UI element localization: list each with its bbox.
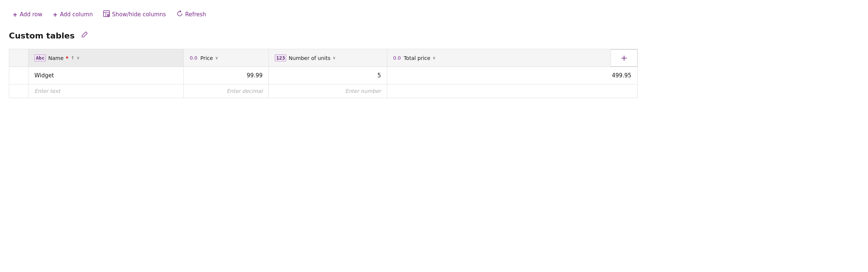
chevron-down-icon: ∨: [77, 56, 80, 60]
add-row-label: Add row: [20, 11, 42, 18]
units-placeholder: Enter number: [345, 88, 381, 94]
column-units-label: Number of units: [288, 55, 330, 61]
cell-total-value: 499.95: [612, 72, 632, 79]
show-hide-columns-button[interactable]: Show/hide columns: [99, 8, 170, 21]
add-column-icon: +: [621, 53, 627, 63]
price-placeholder: Enter decimal: [227, 88, 263, 94]
column-price-label: Price: [200, 55, 213, 61]
show-hide-label: Show/hide columns: [112, 11, 166, 18]
refresh-button[interactable]: Refresh: [173, 8, 210, 21]
sort-asc-icon: ↑: [71, 56, 74, 61]
row-selector-widget[interactable]: [9, 67, 28, 84]
svg-rect-0: [104, 11, 109, 17]
page-title: Custom tables: [9, 31, 75, 40]
column-header-total[interactable]: 0.0 Total price ∨: [387, 49, 611, 67]
table-row: Widget 99.99 5 499.95: [9, 67, 638, 84]
table-header: Abc Name * ↑ ∨ 0.0 Price ∨ 123 Number of…: [9, 49, 638, 67]
page-title-row: Custom tables: [9, 30, 859, 41]
refresh-icon: [176, 10, 183, 19]
decimal-type-icon-total: 0.0: [393, 55, 401, 61]
input-cell-units[interactable]: Enter number: [269, 84, 387, 98]
add-column-plus-button[interactable]: +: [611, 49, 638, 67]
row-selector-header: [9, 49, 28, 67]
show-hide-icon: [103, 10, 110, 19]
text-type-icon: Abc: [34, 54, 46, 61]
cell-price-widget[interactable]: 99.99: [184, 67, 269, 84]
add-column-label: Add column: [60, 11, 93, 18]
cell-name-widget[interactable]: Widget: [28, 67, 184, 84]
row-selector-input: [9, 84, 28, 98]
input-cell-total: [387, 84, 638, 98]
cell-price-value: 99.99: [247, 72, 263, 79]
add-row-button[interactable]: + Add row: [9, 9, 46, 20]
column-name-label: Name: [48, 55, 63, 61]
decimal-type-icon-price: 0.0: [190, 55, 197, 61]
input-cell-price[interactable]: Enter decimal: [184, 84, 269, 98]
column-header-name[interactable]: Abc Name * ↑ ∨: [28, 49, 184, 67]
cell-total-widget[interactable]: 499.95: [387, 67, 638, 84]
column-header-units[interactable]: 123 Number of units ∨: [269, 49, 387, 67]
column-header-price[interactable]: 0.0 Price ∨: [184, 49, 269, 67]
chevron-down-icon-price: ∨: [215, 56, 218, 60]
plus-icon: +: [13, 11, 17, 18]
number-type-icon: 123: [275, 54, 286, 61]
column-total-label: Total price: [404, 55, 430, 61]
chevron-down-icon-total: ∨: [433, 56, 436, 60]
add-column-button[interactable]: + Add column: [49, 9, 97, 20]
name-placeholder: Enter text: [34, 88, 60, 94]
toolbar: + Add row + Add column Show/hide columns: [9, 6, 859, 23]
cell-units-value: 5: [377, 72, 381, 79]
refresh-label: Refresh: [185, 11, 206, 18]
chevron-down-icon-units: ∨: [333, 56, 336, 60]
cell-units-widget[interactable]: 5: [269, 67, 387, 84]
edit-title-button[interactable]: [79, 30, 89, 41]
cell-name-value: Widget: [34, 72, 54, 79]
pencil-icon: [81, 31, 88, 40]
input-cell-name[interactable]: Enter text: [28, 84, 184, 98]
input-row: Enter text Enter decimal Enter number: [9, 84, 638, 98]
required-indicator: *: [66, 55, 68, 61]
plus-icon-2: +: [53, 11, 58, 18]
custom-table: Abc Name * ↑ ∨ 0.0 Price ∨ 123 Number of…: [9, 49, 638, 98]
